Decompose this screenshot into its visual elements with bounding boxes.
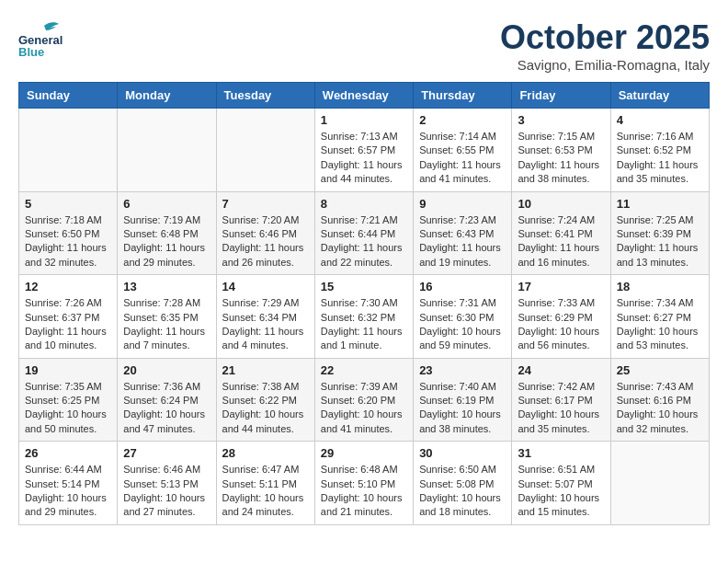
svg-text:Blue: Blue bbox=[18, 45, 44, 59]
empty-cell bbox=[118, 109, 216, 192]
day-info: Sunrise: 7:14 AM Sunset: 6:55 PM Dayligh… bbox=[419, 130, 506, 187]
day-number: 9 bbox=[419, 197, 506, 211]
day-number: 8 bbox=[321, 197, 407, 211]
day-number: 5 bbox=[25, 197, 111, 211]
empty-cell bbox=[610, 442, 709, 525]
week-row-3: 12Sunrise: 7:26 AM Sunset: 6:37 PM Dayli… bbox=[19, 275, 710, 359]
day-cell-13: 13Sunrise: 7:28 AM Sunset: 6:35 PM Dayli… bbox=[118, 275, 216, 359]
day-cell-6: 6Sunrise: 7:19 AM Sunset: 6:48 PM Daylig… bbox=[118, 191, 216, 275]
day-cell-7: 7Sunrise: 7:20 AM Sunset: 6:46 PM Daylig… bbox=[216, 191, 314, 275]
day-info: Sunrise: 7:15 AM Sunset: 6:53 PM Dayligh… bbox=[518, 130, 604, 187]
day-info: Sunrise: 7:24 AM Sunset: 6:41 PM Dayligh… bbox=[518, 213, 604, 270]
day-info: Sunrise: 7:35 AM Sunset: 6:25 PM Dayligh… bbox=[25, 380, 111, 437]
day-info: Sunrise: 7:28 AM Sunset: 6:35 PM Dayligh… bbox=[123, 296, 210, 353]
day-cell-26: 26Sunrise: 6:44 AM Sunset: 5:14 PM Dayli… bbox=[19, 442, 118, 525]
day-number: 21 bbox=[222, 363, 309, 377]
weekday-header-friday: Friday bbox=[512, 83, 610, 109]
day-cell-24: 24Sunrise: 7:42 AM Sunset: 6:17 PM Dayli… bbox=[512, 358, 610, 442]
day-number: 6 bbox=[123, 197, 210, 211]
day-number: 13 bbox=[123, 280, 210, 293]
day-cell-14: 14Sunrise: 7:29 AM Sunset: 6:34 PM Dayli… bbox=[216, 275, 314, 359]
day-cell-21: 21Sunrise: 7:38 AM Sunset: 6:22 PM Dayli… bbox=[216, 358, 314, 442]
empty-cell bbox=[216, 109, 314, 192]
day-number: 23 bbox=[419, 363, 506, 377]
day-info: Sunrise: 6:50 AM Sunset: 5:08 PM Dayligh… bbox=[419, 463, 506, 520]
day-info: Sunrise: 7:34 AM Sunset: 6:27 PM Dayligh… bbox=[617, 296, 703, 353]
day-cell-19: 19Sunrise: 7:35 AM Sunset: 6:25 PM Dayli… bbox=[19, 358, 118, 442]
day-cell-12: 12Sunrise: 7:26 AM Sunset: 6:37 PM Dayli… bbox=[19, 275, 118, 359]
day-cell-23: 23Sunrise: 7:40 AM Sunset: 6:19 PM Dayli… bbox=[414, 358, 512, 442]
day-cell-31: 31Sunrise: 6:51 AM Sunset: 5:07 PM Dayli… bbox=[512, 442, 610, 525]
day-number: 30 bbox=[419, 446, 506, 460]
week-row-5: 26Sunrise: 6:44 AM Sunset: 5:14 PM Dayli… bbox=[19, 442, 710, 525]
day-info: Sunrise: 6:46 AM Sunset: 5:13 PM Dayligh… bbox=[123, 463, 210, 520]
logo-icon: General Blue bbox=[18, 18, 64, 60]
day-info: Sunrise: 6:44 AM Sunset: 5:14 PM Dayligh… bbox=[25, 463, 111, 520]
day-cell-22: 22Sunrise: 7:39 AM Sunset: 6:20 PM Dayli… bbox=[314, 358, 413, 442]
day-info: Sunrise: 7:36 AM Sunset: 6:24 PM Dayligh… bbox=[123, 380, 210, 437]
day-number: 17 bbox=[518, 280, 604, 293]
day-info: Sunrise: 7:31 AM Sunset: 6:30 PM Dayligh… bbox=[419, 296, 506, 353]
day-info: Sunrise: 7:23 AM Sunset: 6:43 PM Dayligh… bbox=[419, 213, 506, 270]
weekday-header-thursday: Thursday bbox=[414, 83, 512, 109]
day-info: Sunrise: 7:21 AM Sunset: 6:44 PM Dayligh… bbox=[321, 213, 407, 270]
day-info: Sunrise: 7:18 AM Sunset: 6:50 PM Dayligh… bbox=[25, 213, 111, 270]
logo: General Blue bbox=[18, 18, 64, 60]
day-number: 3 bbox=[518, 113, 604, 127]
day-info: Sunrise: 7:42 AM Sunset: 6:17 PM Dayligh… bbox=[518, 380, 604, 437]
day-info: Sunrise: 7:20 AM Sunset: 6:46 PM Dayligh… bbox=[222, 213, 309, 270]
day-cell-28: 28Sunrise: 6:47 AM Sunset: 5:11 PM Dayli… bbox=[216, 442, 314, 525]
day-number: 2 bbox=[419, 113, 506, 127]
day-cell-5: 5Sunrise: 7:18 AM Sunset: 6:50 PM Daylig… bbox=[19, 191, 118, 275]
day-info: Sunrise: 7:40 AM Sunset: 6:19 PM Dayligh… bbox=[419, 380, 506, 437]
day-number: 25 bbox=[617, 363, 703, 377]
day-cell-1: 1Sunrise: 7:13 AM Sunset: 6:57 PM Daylig… bbox=[314, 109, 413, 192]
day-number: 28 bbox=[222, 446, 309, 460]
day-cell-29: 29Sunrise: 6:48 AM Sunset: 5:10 PM Dayli… bbox=[314, 442, 413, 525]
day-number: 10 bbox=[518, 197, 604, 211]
day-number: 4 bbox=[617, 113, 703, 127]
day-number: 26 bbox=[25, 446, 111, 460]
day-number: 29 bbox=[321, 446, 407, 460]
weekday-header-wednesday: Wednesday bbox=[314, 83, 413, 109]
day-number: 27 bbox=[123, 446, 210, 460]
day-cell-11: 11Sunrise: 7:25 AM Sunset: 6:39 PM Dayli… bbox=[610, 191, 709, 275]
day-cell-3: 3Sunrise: 7:15 AM Sunset: 6:53 PM Daylig… bbox=[512, 109, 610, 192]
day-number: 15 bbox=[321, 280, 407, 293]
day-cell-27: 27Sunrise: 6:46 AM Sunset: 5:13 PM Dayli… bbox=[118, 442, 216, 525]
weekday-header-row: SundayMondayTuesdayWednesdayThursdayFrid… bbox=[19, 83, 710, 109]
day-info: Sunrise: 6:48 AM Sunset: 5:10 PM Dayligh… bbox=[321, 463, 407, 520]
week-row-4: 19Sunrise: 7:35 AM Sunset: 6:25 PM Dayli… bbox=[19, 358, 710, 442]
day-info: Sunrise: 7:26 AM Sunset: 6:37 PM Dayligh… bbox=[25, 296, 111, 353]
day-cell-25: 25Sunrise: 7:43 AM Sunset: 6:16 PM Dayli… bbox=[610, 358, 709, 442]
day-number: 7 bbox=[222, 197, 309, 211]
day-info: Sunrise: 7:39 AM Sunset: 6:20 PM Dayligh… bbox=[321, 380, 407, 437]
day-number: 1 bbox=[321, 113, 407, 127]
day-cell-9: 9Sunrise: 7:23 AM Sunset: 6:43 PM Daylig… bbox=[414, 191, 512, 275]
empty-cell bbox=[19, 109, 118, 192]
day-info: Sunrise: 7:13 AM Sunset: 6:57 PM Dayligh… bbox=[321, 130, 407, 187]
day-cell-20: 20Sunrise: 7:36 AM Sunset: 6:24 PM Dayli… bbox=[118, 358, 216, 442]
day-info: Sunrise: 6:51 AM Sunset: 5:07 PM Dayligh… bbox=[518, 463, 604, 520]
weekday-header-monday: Monday bbox=[118, 83, 216, 109]
calendar-table: SundayMondayTuesdayWednesdayThursdayFrid… bbox=[18, 82, 710, 525]
day-cell-4: 4Sunrise: 7:16 AM Sunset: 6:52 PM Daylig… bbox=[610, 109, 709, 192]
day-number: 31 bbox=[518, 446, 604, 460]
page-header: General Blue October 2025 Savigno, Emili… bbox=[18, 18, 710, 73]
day-number: 11 bbox=[617, 197, 703, 211]
day-cell-30: 30Sunrise: 6:50 AM Sunset: 5:08 PM Dayli… bbox=[414, 442, 512, 525]
day-cell-18: 18Sunrise: 7:34 AM Sunset: 6:27 PM Dayli… bbox=[610, 275, 709, 359]
day-number: 20 bbox=[123, 363, 210, 377]
day-number: 12 bbox=[25, 280, 111, 293]
day-info: Sunrise: 7:29 AM Sunset: 6:34 PM Dayligh… bbox=[222, 296, 309, 353]
day-number: 24 bbox=[518, 363, 604, 377]
day-info: Sunrise: 7:30 AM Sunset: 6:32 PM Dayligh… bbox=[321, 296, 407, 353]
title-block: October 2025 Savigno, Emilia-Romagna, It… bbox=[500, 18, 710, 73]
day-cell-8: 8Sunrise: 7:21 AM Sunset: 6:44 PM Daylig… bbox=[314, 191, 413, 275]
day-number: 22 bbox=[321, 363, 407, 377]
day-info: Sunrise: 7:33 AM Sunset: 6:29 PM Dayligh… bbox=[518, 296, 604, 353]
day-info: Sunrise: 7:19 AM Sunset: 6:48 PM Dayligh… bbox=[123, 213, 210, 270]
week-row-1: 1Sunrise: 7:13 AM Sunset: 6:57 PM Daylig… bbox=[19, 109, 710, 192]
day-number: 19 bbox=[25, 363, 111, 377]
day-info: Sunrise: 7:43 AM Sunset: 6:16 PM Dayligh… bbox=[617, 380, 703, 437]
